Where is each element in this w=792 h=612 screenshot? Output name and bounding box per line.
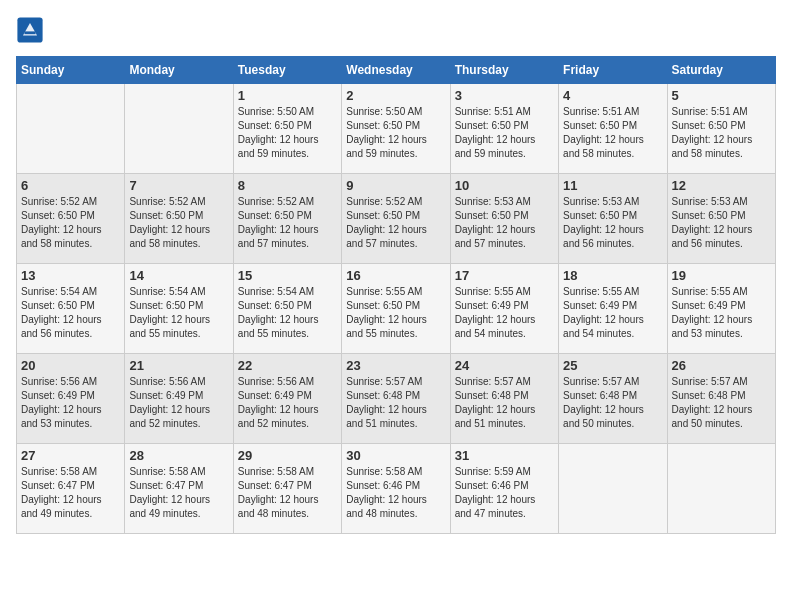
day-number: 19 — [672, 268, 771, 283]
calendar-cell: 5Sunrise: 5:51 AM Sunset: 6:50 PM Daylig… — [667, 84, 775, 174]
day-number: 13 — [21, 268, 120, 283]
calendar-cell: 7Sunrise: 5:52 AM Sunset: 6:50 PM Daylig… — [125, 174, 233, 264]
week-row-2: 6Sunrise: 5:52 AM Sunset: 6:50 PM Daylig… — [17, 174, 776, 264]
day-number: 1 — [238, 88, 337, 103]
day-info: Sunrise: 5:58 AM Sunset: 6:47 PM Dayligh… — [129, 465, 228, 521]
day-number: 16 — [346, 268, 445, 283]
week-row-5: 27Sunrise: 5:58 AM Sunset: 6:47 PM Dayli… — [17, 444, 776, 534]
day-number: 22 — [238, 358, 337, 373]
day-number: 21 — [129, 358, 228, 373]
header-cell-friday: Friday — [559, 57, 667, 84]
day-info: Sunrise: 5:50 AM Sunset: 6:50 PM Dayligh… — [238, 105, 337, 161]
calendar-cell: 11Sunrise: 5:53 AM Sunset: 6:50 PM Dayli… — [559, 174, 667, 264]
calendar-cell — [667, 444, 775, 534]
page-container: SundayMondayTuesdayWednesdayThursdayFrid… — [16, 16, 776, 534]
day-number: 7 — [129, 178, 228, 193]
day-number: 31 — [455, 448, 554, 463]
day-number: 8 — [238, 178, 337, 193]
week-row-3: 13Sunrise: 5:54 AM Sunset: 6:50 PM Dayli… — [17, 264, 776, 354]
calendar-cell: 19Sunrise: 5:55 AM Sunset: 6:49 PM Dayli… — [667, 264, 775, 354]
header-cell-thursday: Thursday — [450, 57, 558, 84]
calendar-cell: 12Sunrise: 5:53 AM Sunset: 6:50 PM Dayli… — [667, 174, 775, 264]
day-info: Sunrise: 5:58 AM Sunset: 6:47 PM Dayligh… — [21, 465, 120, 521]
day-info: Sunrise: 5:55 AM Sunset: 6:49 PM Dayligh… — [455, 285, 554, 341]
day-number: 11 — [563, 178, 662, 193]
calendar-cell — [17, 84, 125, 174]
calendar-cell: 13Sunrise: 5:54 AM Sunset: 6:50 PM Dayli… — [17, 264, 125, 354]
day-info: Sunrise: 5:53 AM Sunset: 6:50 PM Dayligh… — [455, 195, 554, 251]
calendar-cell: 14Sunrise: 5:54 AM Sunset: 6:50 PM Dayli… — [125, 264, 233, 354]
calendar-cell — [559, 444, 667, 534]
day-info: Sunrise: 5:58 AM Sunset: 6:47 PM Dayligh… — [238, 465, 337, 521]
calendar-cell: 17Sunrise: 5:55 AM Sunset: 6:49 PM Dayli… — [450, 264, 558, 354]
header — [16, 16, 776, 44]
calendar-cell: 6Sunrise: 5:52 AM Sunset: 6:50 PM Daylig… — [17, 174, 125, 264]
day-info: Sunrise: 5:57 AM Sunset: 6:48 PM Dayligh… — [346, 375, 445, 431]
day-number: 24 — [455, 358, 554, 373]
day-info: Sunrise: 5:56 AM Sunset: 6:49 PM Dayligh… — [21, 375, 120, 431]
calendar-cell: 28Sunrise: 5:58 AM Sunset: 6:47 PM Dayli… — [125, 444, 233, 534]
day-info: Sunrise: 5:57 AM Sunset: 6:48 PM Dayligh… — [563, 375, 662, 431]
day-info: Sunrise: 5:56 AM Sunset: 6:49 PM Dayligh… — [129, 375, 228, 431]
calendar-cell: 31Sunrise: 5:59 AM Sunset: 6:46 PM Dayli… — [450, 444, 558, 534]
day-number: 30 — [346, 448, 445, 463]
day-number: 29 — [238, 448, 337, 463]
day-number: 14 — [129, 268, 228, 283]
day-info: Sunrise: 5:54 AM Sunset: 6:50 PM Dayligh… — [21, 285, 120, 341]
calendar-cell: 25Sunrise: 5:57 AM Sunset: 6:48 PM Dayli… — [559, 354, 667, 444]
logo-icon — [16, 16, 44, 44]
day-info: Sunrise: 5:51 AM Sunset: 6:50 PM Dayligh… — [455, 105, 554, 161]
day-number: 6 — [21, 178, 120, 193]
day-number: 25 — [563, 358, 662, 373]
day-info: Sunrise: 5:53 AM Sunset: 6:50 PM Dayligh… — [672, 195, 771, 251]
day-info: Sunrise: 5:57 AM Sunset: 6:48 PM Dayligh… — [672, 375, 771, 431]
header-cell-wednesday: Wednesday — [342, 57, 450, 84]
calendar-body: 1Sunrise: 5:50 AM Sunset: 6:50 PM Daylig… — [17, 84, 776, 534]
calendar-cell: 21Sunrise: 5:56 AM Sunset: 6:49 PM Dayli… — [125, 354, 233, 444]
day-number: 2 — [346, 88, 445, 103]
header-cell-monday: Monday — [125, 57, 233, 84]
day-info: Sunrise: 5:52 AM Sunset: 6:50 PM Dayligh… — [238, 195, 337, 251]
day-info: Sunrise: 5:54 AM Sunset: 6:50 PM Dayligh… — [129, 285, 228, 341]
day-number: 10 — [455, 178, 554, 193]
calendar-cell: 1Sunrise: 5:50 AM Sunset: 6:50 PM Daylig… — [233, 84, 341, 174]
day-number: 3 — [455, 88, 554, 103]
week-row-4: 20Sunrise: 5:56 AM Sunset: 6:49 PM Dayli… — [17, 354, 776, 444]
calendar-cell: 8Sunrise: 5:52 AM Sunset: 6:50 PM Daylig… — [233, 174, 341, 264]
day-info: Sunrise: 5:58 AM Sunset: 6:46 PM Dayligh… — [346, 465, 445, 521]
calendar-cell: 23Sunrise: 5:57 AM Sunset: 6:48 PM Dayli… — [342, 354, 450, 444]
calendar-cell: 2Sunrise: 5:50 AM Sunset: 6:50 PM Daylig… — [342, 84, 450, 174]
day-number: 18 — [563, 268, 662, 283]
calendar-cell: 16Sunrise: 5:55 AM Sunset: 6:50 PM Dayli… — [342, 264, 450, 354]
day-number: 20 — [21, 358, 120, 373]
calendar-cell: 29Sunrise: 5:58 AM Sunset: 6:47 PM Dayli… — [233, 444, 341, 534]
logo — [16, 16, 48, 44]
header-cell-saturday: Saturday — [667, 57, 775, 84]
calendar-cell: 30Sunrise: 5:58 AM Sunset: 6:46 PM Dayli… — [342, 444, 450, 534]
day-number: 23 — [346, 358, 445, 373]
header-cell-sunday: Sunday — [17, 57, 125, 84]
calendar-cell: 24Sunrise: 5:57 AM Sunset: 6:48 PM Dayli… — [450, 354, 558, 444]
day-number: 17 — [455, 268, 554, 283]
calendar-table: SundayMondayTuesdayWednesdayThursdayFrid… — [16, 56, 776, 534]
day-info: Sunrise: 5:52 AM Sunset: 6:50 PM Dayligh… — [21, 195, 120, 251]
calendar-cell — [125, 84, 233, 174]
calendar-cell: 3Sunrise: 5:51 AM Sunset: 6:50 PM Daylig… — [450, 84, 558, 174]
day-info: Sunrise: 5:50 AM Sunset: 6:50 PM Dayligh… — [346, 105, 445, 161]
day-info: Sunrise: 5:55 AM Sunset: 6:50 PM Dayligh… — [346, 285, 445, 341]
day-info: Sunrise: 5:56 AM Sunset: 6:49 PM Dayligh… — [238, 375, 337, 431]
day-number: 9 — [346, 178, 445, 193]
day-number: 15 — [238, 268, 337, 283]
calendar-cell: 9Sunrise: 5:52 AM Sunset: 6:50 PM Daylig… — [342, 174, 450, 264]
day-info: Sunrise: 5:59 AM Sunset: 6:46 PM Dayligh… — [455, 465, 554, 521]
day-info: Sunrise: 5:51 AM Sunset: 6:50 PM Dayligh… — [563, 105, 662, 161]
calendar-cell: 15Sunrise: 5:54 AM Sunset: 6:50 PM Dayli… — [233, 264, 341, 354]
day-info: Sunrise: 5:52 AM Sunset: 6:50 PM Dayligh… — [346, 195, 445, 251]
header-cell-tuesday: Tuesday — [233, 57, 341, 84]
day-info: Sunrise: 5:52 AM Sunset: 6:50 PM Dayligh… — [129, 195, 228, 251]
day-number: 28 — [129, 448, 228, 463]
calendar-cell: 18Sunrise: 5:55 AM Sunset: 6:49 PM Dayli… — [559, 264, 667, 354]
svg-rect-2 — [24, 31, 35, 34]
day-number: 12 — [672, 178, 771, 193]
day-info: Sunrise: 5:53 AM Sunset: 6:50 PM Dayligh… — [563, 195, 662, 251]
